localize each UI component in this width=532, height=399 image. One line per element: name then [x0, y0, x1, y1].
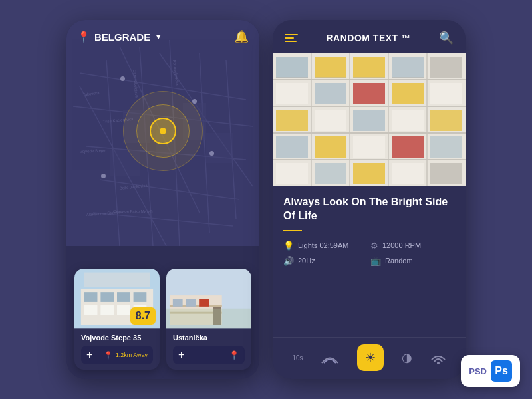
svg-rect-58 [353, 57, 385, 78]
add-button-1[interactable]: + [86, 349, 92, 361]
card-content: Always Look On The Bright Side Of Life 💡… [273, 186, 466, 337]
svg-rect-77 [315, 163, 346, 184]
title-divider [283, 230, 302, 231]
city-label: BELGRADE [94, 31, 150, 43]
pin-icon: 📍 [77, 31, 90, 43]
svg-rect-29 [100, 292, 114, 302]
add-button-2[interactable]: + [178, 349, 184, 361]
property-card-1: 8.7 Vojvode Stepe 35 + 📍 1.2km Away [74, 269, 160, 370]
lights-label: Lights 02:59AM [298, 241, 348, 249]
svg-rect-62 [315, 83, 346, 104]
svg-rect-41 [173, 299, 183, 307]
map-dot [209, 151, 214, 156]
stats-grid: 💡 Lights 02:59AM ⚙ 12000 RPM 🔊 20Hz 📺 Ra… [283, 241, 455, 266]
svg-rect-79 [392, 163, 424, 184]
card-title: Always Look On The Bright Side Of Life [283, 196, 455, 223]
stat-random: 📺 Random [370, 256, 455, 266]
svg-rect-43 [199, 299, 209, 307]
property-card-2: Ustanička + 📍 [166, 269, 251, 370]
property-name-2: Ustanička [173, 334, 245, 342]
svg-rect-73 [353, 136, 385, 158]
chevron-icon: ▼ [154, 32, 162, 41]
notification-icon[interactable]: 🔔 [234, 29, 249, 44]
psd-badge: PSD Ps [461, 355, 520, 387]
svg-rect-78 [353, 163, 385, 184]
svg-rect-32 [84, 305, 98, 315]
svg-text:Bože Jankovića: Bože Jankovića [119, 184, 148, 190]
psd-label: PSD [469, 366, 487, 376]
rating-badge: 8.7 [130, 307, 156, 325]
svg-rect-30 [117, 292, 130, 302]
svg-text:Cara Nikolajeva: Cara Nikolajeva [132, 70, 139, 98]
hz-icon: 🔊 [283, 256, 294, 266]
nav-halfmoon[interactable]: ◑ [402, 350, 412, 365]
svg-rect-17 [206, 133, 233, 163]
property-image-1: 8.7 [74, 269, 160, 329]
svg-rect-31 [134, 292, 147, 302]
left-phone: Takovska Triše Kaclerovića Vojvode Stepe… [66, 20, 259, 379]
svg-rect-64 [392, 83, 424, 104]
right-header: RANDOM TEXT ™ 🔍 [273, 20, 466, 53]
stat-hz: 🔊 20Hz [283, 256, 368, 266]
svg-rect-69 [392, 110, 424, 131]
city-selector[interactable]: 📍 BELGRADE ▼ [77, 31, 162, 43]
svg-rect-70 [430, 110, 462, 131]
nav-sun[interactable]: ☀ [357, 344, 384, 371]
svg-rect-56 [276, 57, 308, 78]
svg-text:Vojvode Stepe: Vojvode Stepe [80, 148, 106, 154]
svg-rect-36 [84, 273, 150, 287]
property-cards: 8.7 Vojvode Stepe 35 + 📍 1.2km Away [66, 269, 259, 379]
rpm-icon: ⚙ [370, 241, 378, 251]
map-area: Takovska Triše Kaclerovića Vojvode Stepe… [66, 20, 259, 246]
bottom-nav: 10s ☀ ◑ [273, 337, 466, 379]
right-phone: RANDOM TEXT ™ 🔍 [273, 20, 466, 379]
nav-wifi[interactable] [430, 352, 446, 364]
svg-rect-80 [430, 163, 462, 184]
rpm-label: 12000 RPM [382, 241, 421, 249]
hz-label: 20Hz [298, 257, 315, 265]
property-actions-1: + 📍 1.2km Away [81, 346, 153, 364]
svg-rect-45 [166, 309, 251, 329]
random-icon: 📺 [370, 256, 381, 266]
stat-rpm: ⚙ 12000 RPM [370, 241, 455, 251]
nav-timer[interactable]: 10s [292, 354, 303, 362]
svg-rect-66 [276, 110, 308, 131]
svg-rect-60 [430, 57, 462, 78]
lights-icon: 💡 [283, 241, 294, 251]
map-header: 📍 BELGRADE ▼ 🔔 [77, 29, 249, 44]
svg-rect-74 [392, 136, 424, 158]
stat-lights: 💡 Lights 02:59AM [283, 241, 368, 251]
svg-rect-28 [84, 292, 98, 302]
svg-rect-72 [315, 136, 346, 158]
svg-rect-57 [315, 57, 346, 78]
search-icon[interactable]: 🔍 [439, 31, 454, 45]
menu-button[interactable] [285, 34, 298, 42]
svg-rect-65 [430, 83, 462, 104]
map-dot [192, 99, 197, 104]
random-label: Random [385, 257, 413, 265]
building-photo [273, 53, 466, 186]
nav-rainbow[interactable] [321, 353, 339, 362]
svg-rect-71 [276, 136, 308, 158]
svg-rect-67 [315, 110, 346, 131]
property-image-2 [166, 269, 251, 329]
distance-1: 📍 1.2km Away [104, 351, 148, 360]
svg-rect-76 [276, 163, 308, 184]
property-name-1: Vojvode Stepe 35 [81, 334, 153, 342]
ps-icon: Ps [491, 360, 512, 382]
app-title: RANDOM TEXT ™ [326, 33, 410, 43]
svg-rect-34 [117, 305, 130, 315]
svg-rect-63 [353, 83, 385, 104]
svg-rect-59 [392, 57, 424, 78]
svg-rect-33 [100, 305, 114, 315]
pin-icon-2: 📍 [229, 350, 239, 360]
map-radar [143, 111, 183, 151]
property-actions-2: + 📍 [173, 346, 245, 364]
svg-rect-75 [430, 136, 462, 158]
svg-text:Стадион Рајко Митић: Стадион Рајко Митић [113, 209, 152, 213]
svg-text:Takovska: Takovska [82, 90, 100, 97]
svg-point-85 [437, 362, 440, 364]
svg-rect-68 [353, 110, 385, 131]
svg-rect-42 [186, 299, 196, 307]
svg-rect-61 [276, 83, 308, 104]
